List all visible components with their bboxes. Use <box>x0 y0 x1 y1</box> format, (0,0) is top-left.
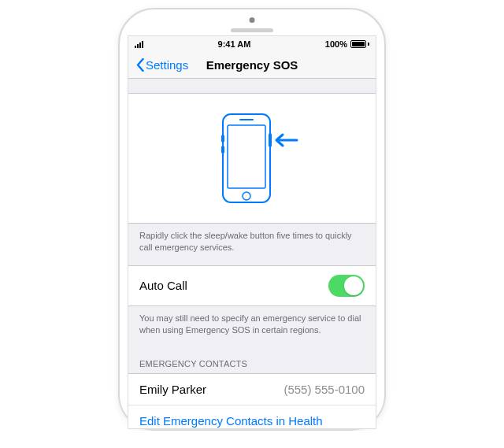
phone-illustration-icon <box>193 111 311 209</box>
content-scroll[interactable]: Rapidly click the sleep/wake button five… <box>128 79 376 428</box>
svg-rect-6 <box>221 146 224 154</box>
phone-device-frame: 9:41 AM 100% Settings Emergency SOS <box>118 8 386 431</box>
edit-contacts-label: Edit Emergency Contacts in Health <box>139 414 323 428</box>
speaker-grille <box>231 28 273 32</box>
status-bar: 9:41 AM 100% <box>128 36 376 52</box>
contacts-header: EMERGENCY CONTACTS <box>128 348 376 373</box>
auto-call-cell[interactable]: Auto Call <box>128 265 376 306</box>
svg-rect-4 <box>269 133 272 147</box>
signal-icon <box>135 41 143 48</box>
contact-row[interactable]: Emily Parker (555) 555-0100 <box>128 374 376 405</box>
back-button[interactable]: Settings <box>136 58 188 72</box>
status-time: 9:41 AM <box>218 39 251 49</box>
back-label: Settings <box>146 58 188 72</box>
nav-bar: Settings Emergency SOS <box>128 52 376 79</box>
auto-call-footer: You may still need to specify an emergen… <box>128 306 376 348</box>
svg-rect-1 <box>228 125 265 188</box>
battery-icon <box>350 40 369 48</box>
status-left <box>135 41 143 48</box>
contact-phone: (555) 555-0100 <box>284 383 365 396</box>
edit-contacts-link[interactable]: Edit Emergency Contacts in Health <box>128 405 376 428</box>
hero-illustration <box>128 93 376 224</box>
hero-footer-text: Rapidly click the sleep/wake button five… <box>128 224 376 265</box>
svg-rect-5 <box>221 135 224 143</box>
camera-dot <box>250 17 255 23</box>
contacts-group: Emily Parker (555) 555-0100 Edit Emergen… <box>128 373 376 428</box>
screen: 9:41 AM 100% Settings Emergency SOS <box>128 35 376 429</box>
contact-name: Emily Parker <box>139 383 206 396</box>
auto-call-label: Auto Call <box>139 279 187 292</box>
status-right: 100% <box>325 39 369 49</box>
svg-rect-0 <box>223 114 270 202</box>
chevron-left-icon <box>136 58 144 72</box>
battery-percent: 100% <box>325 39 347 49</box>
svg-point-2 <box>243 192 250 200</box>
auto-call-toggle[interactable] <box>328 275 365 297</box>
